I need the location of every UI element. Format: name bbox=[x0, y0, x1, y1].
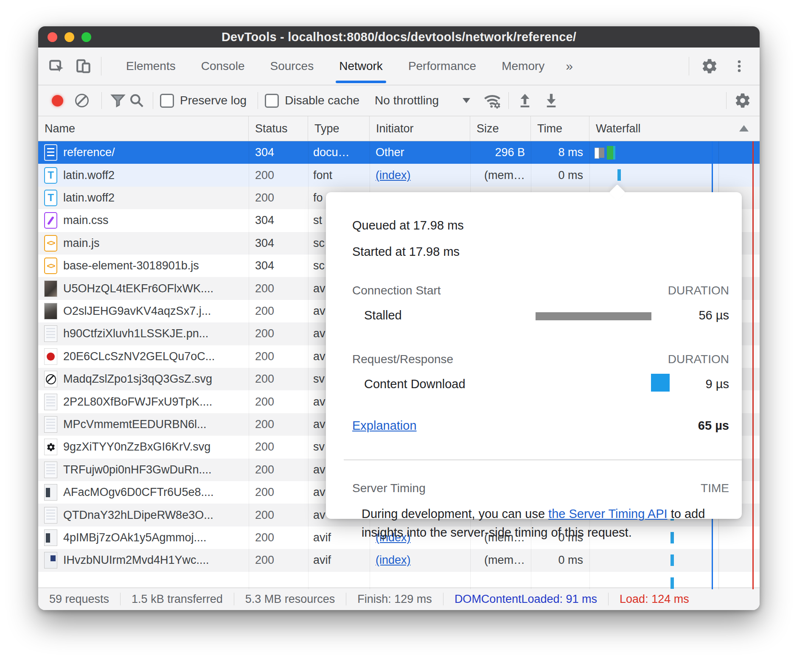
table-row[interactable]: reference/304docu…Other296 B8 ms bbox=[38, 141, 760, 164]
initiator-link[interactable]: (index) bbox=[376, 169, 411, 182]
font-icon: T bbox=[44, 190, 57, 206]
explanation-link[interactable]: Explanation bbox=[352, 419, 417, 433]
image-thumbnail bbox=[44, 325, 57, 342]
column-header-time[interactable]: Time bbox=[531, 116, 589, 141]
popover-divider bbox=[344, 459, 742, 460]
import-har-icon[interactable] bbox=[516, 91, 534, 110]
content-download-value: 9 µs bbox=[706, 377, 729, 391]
status-cell bbox=[249, 572, 308, 589]
waterfall-cell bbox=[589, 141, 760, 164]
network-settings-gear-icon[interactable] bbox=[733, 91, 752, 110]
column-header-waterfall[interactable]: Waterfall bbox=[589, 116, 760, 141]
devtools-tab-bar: Elements Console Sources Network Perform… bbox=[38, 48, 760, 85]
script-icon: <> bbox=[44, 235, 57, 252]
status-cell: 200 bbox=[249, 187, 308, 209]
column-header-type[interactable]: Type bbox=[308, 116, 370, 141]
preserve-log-label: Preserve log bbox=[180, 94, 247, 107]
server-timing-note: During development, you can use the Serv… bbox=[352, 504, 714, 542]
transferred-size: 1.5 kB transferred bbox=[121, 593, 234, 606]
server-timing-heading: Server Timing bbox=[352, 482, 426, 495]
table-row[interactable] bbox=[38, 572, 760, 589]
request-name-cell: O2slJEHG9avKV4aqzSx7.j... bbox=[38, 300, 249, 322]
status-cell: 200 bbox=[249, 322, 308, 345]
tab-sources[interactable]: Sources bbox=[257, 48, 326, 85]
close-window-button[interactable] bbox=[48, 32, 57, 42]
table-row[interactable]: Tlatin.woff2200font(index)(mem…0 ms bbox=[38, 164, 760, 186]
server-timing-api-link[interactable]: the Server Timing API bbox=[548, 507, 667, 521]
status-cell: 200 bbox=[249, 481, 308, 504]
search-icon[interactable] bbox=[127, 91, 146, 110]
export-har-icon[interactable] bbox=[542, 91, 561, 110]
svg-image-thumbnail bbox=[44, 371, 57, 387]
size-cell bbox=[470, 572, 531, 589]
duration-label: DURATION bbox=[668, 353, 729, 366]
record-network-log-icon[interactable] bbox=[52, 95, 63, 106]
request-name-cell: MPcVmmemtEEDURBN6l... bbox=[38, 413, 249, 436]
tab-memory[interactable]: Memory bbox=[489, 48, 557, 85]
dom-content-loaded-time: DOMContentLoaded: 91 ms bbox=[443, 593, 608, 606]
throttling-dropdown[interactable]: No throttling bbox=[375, 94, 470, 107]
stalled-value: 56 µs bbox=[699, 308, 729, 322]
status-cell: 200 bbox=[249, 436, 308, 458]
request-name-cell: QTDnaY32hLDipeRW8e3O... bbox=[38, 504, 249, 526]
time-cell: 8 ms bbox=[531, 141, 589, 164]
device-toolbar-icon[interactable] bbox=[75, 57, 93, 76]
type-cell: docu… bbox=[308, 141, 370, 164]
tab-network[interactable]: Network bbox=[326, 48, 396, 85]
tab-elements[interactable]: Elements bbox=[113, 48, 188, 85]
divider bbox=[726, 92, 727, 109]
resources-size: 5.3 MB resources bbox=[234, 593, 346, 606]
table-row[interactable]: IHvzbNUIrm2Mvd4H1Ywc....200avif(index)(m… bbox=[38, 549, 760, 571]
status-cell: 304 bbox=[249, 141, 308, 164]
image-thumbnail bbox=[44, 416, 57, 433]
more-tabs-button[interactable]: » bbox=[557, 48, 581, 85]
tab-performance[interactable]: Performance bbox=[396, 48, 489, 85]
filter-icon[interactable] bbox=[109, 91, 127, 110]
waterfall-tick[interactable] bbox=[617, 169, 621, 181]
initiator-link[interactable]: (index) bbox=[376, 554, 411, 567]
column-header-size[interactable]: Size bbox=[470, 116, 531, 141]
initiator-cell: (index) bbox=[370, 164, 470, 186]
column-header-status[interactable]: Status bbox=[249, 116, 308, 141]
preserve-log-checkbox[interactable] bbox=[160, 94, 174, 108]
size-cell: (mem… bbox=[470, 549, 531, 571]
column-header-name[interactable]: Name bbox=[38, 116, 249, 141]
initiator-cell: Other bbox=[370, 141, 470, 164]
summary-bar: 59 requests 1.5 kB transferred 5.3 MB re… bbox=[38, 588, 760, 610]
request-name-cell: Tlatin.woff2 bbox=[38, 187, 249, 209]
minimize-window-button[interactable] bbox=[65, 32, 74, 42]
image-thumbnail bbox=[44, 484, 57, 501]
request-response-heading: Request/Response bbox=[352, 353, 453, 366]
zoom-window-button[interactable] bbox=[81, 32, 91, 42]
load-event-marker bbox=[752, 141, 754, 589]
throttling-value: No throttling bbox=[375, 94, 439, 107]
time-cell bbox=[531, 572, 589, 589]
waterfall-wait-bar bbox=[613, 146, 615, 160]
waterfall-stalled-bar bbox=[599, 148, 604, 158]
column-header-initiator[interactable]: Initiator bbox=[370, 116, 470, 141]
divider bbox=[689, 57, 689, 76]
waterfall-tick[interactable] bbox=[671, 577, 674, 589]
connection-start-heading: Connection Start bbox=[352, 284, 441, 297]
waterfall-tick[interactable] bbox=[671, 554, 674, 566]
type-cell: avif bbox=[308, 549, 370, 571]
divider bbox=[101, 92, 102, 109]
divider bbox=[258, 92, 258, 109]
image-thumbnail bbox=[44, 462, 57, 478]
status-cell: 200 bbox=[249, 413, 308, 436]
disable-cache-checkbox[interactable] bbox=[265, 94, 279, 108]
divider bbox=[508, 92, 509, 109]
font-icon: T bbox=[44, 167, 57, 184]
clear-network-log-icon[interactable] bbox=[75, 94, 89, 107]
settings-gear-icon[interactable] bbox=[700, 57, 719, 76]
status-cell: 200 bbox=[249, 504, 308, 526]
inspect-element-icon[interactable] bbox=[48, 57, 66, 76]
tab-console[interactable]: Console bbox=[188, 48, 258, 85]
stalled-label: Stalled bbox=[364, 308, 402, 322]
panel-tabs: Elements Console Sources Network Perform… bbox=[113, 48, 581, 85]
finish-time: Finish: 129 ms bbox=[346, 593, 443, 606]
network-conditions-icon[interactable] bbox=[483, 91, 502, 110]
request-name-cell: IHvzbNUIrm2Mvd4H1Ywc.... bbox=[38, 549, 249, 571]
initiator-cell: (index) bbox=[370, 549, 470, 571]
kebab-menu-icon[interactable] bbox=[730, 57, 749, 76]
